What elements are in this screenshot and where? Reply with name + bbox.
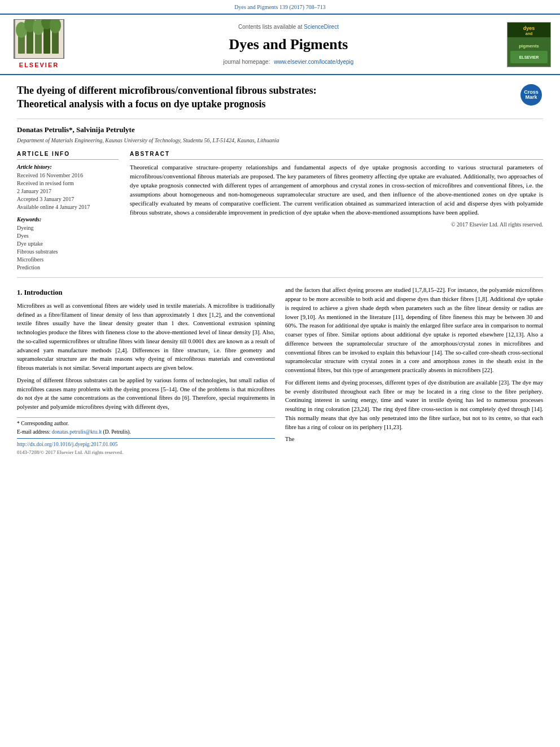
article-title: The dyeing of different microfibrous/con…: [17, 84, 514, 111]
journal-ref-text: Dyes and Pigments 139 (2017) 708–713: [234, 4, 325, 10]
footnote-area: * Corresponding author. E-mail address: …: [17, 417, 275, 436]
email-footnote: E-mail address: donatas.petrulis@ktu.lt …: [17, 429, 275, 436]
the-start: The: [285, 436, 294, 442]
elsevier-wordmark: ELSEVIER: [19, 61, 59, 69]
article-title-section: The dyeing of different microfibrous/con…: [17, 84, 543, 119]
svg-text:and: and: [526, 32, 532, 36]
journal-header: ELSEVIER Contents lists available at Sci…: [0, 14, 560, 75]
crossmark-badge: CrossMark: [520, 84, 543, 107]
authors-line: Donatas Petrulis*, Salvinija Petrulyte: [17, 125, 543, 135]
author-email-link[interactable]: donatas.petrulis@ktu.lt: [52, 429, 102, 435]
keyword-fibrous: Fibrous substrates: [17, 248, 119, 256]
abstract-text: Theoretical comparative structure–proper…: [130, 163, 543, 217]
keyword-prediction: Prediction: [17, 264, 119, 272]
article-info-title: ARTICLE INFO: [17, 150, 119, 160]
info-abstract-row: ARTICLE INFO Article history: Received 1…: [17, 150, 543, 278]
issn-text: 0143-7208/© 2017 Elsevier Ltd. All right…: [17, 449, 123, 455]
svg-text:ELSEVIER: ELSEVIER: [519, 55, 539, 59]
journal-title: Dyes and Pigments: [76, 34, 501, 55]
journal-center-header: Contents lists available at ScienceDirec…: [70, 21, 507, 68]
corresponding-footnote: * Corresponding author.: [17, 420, 275, 427]
keywords-section: Keywords: Dyeing Dyes Dye uptake Fibrous…: [17, 216, 119, 272]
received-revised-label: Received in revised form: [17, 180, 119, 187]
article-info-panel: ARTICLE INFO Article history: Received 1…: [17, 150, 119, 272]
elsevier-logo: ELSEVIER: [8, 19, 70, 69]
page: Dyes and Pigments 139 (2017) 708–713: [0, 0, 560, 747]
homepage-line: journal homepage: www.elsevier.com/locat…: [76, 58, 501, 66]
intro-para-2: Dyeing of different fibrous substrates c…: [17, 376, 275, 412]
doi-link[interactable]: http://dx.doi.org/10.1016/j.dyepig.2017.…: [17, 442, 117, 447]
elsevier-tree-graphic: [14, 19, 64, 59]
left-column: 1. Introduction Microfibres as well as c…: [17, 286, 275, 456]
intro-heading: 1. Introduction: [17, 288, 275, 298]
journal-reference: Dyes and Pigments 139 (2017) 708–713: [0, 0, 560, 14]
copyright-line: © 2017 Elsevier Ltd. All rights reserved…: [130, 221, 543, 229]
journal-thumb-image: dyes and pigments ELSEVIER: [507, 22, 551, 67]
right-para-2: For different items and dyeing processes…: [285, 378, 543, 432]
keyword-dye-uptake: Dye uptake: [17, 240, 119, 248]
svg-text:pigments: pigments: [519, 43, 539, 49]
keyword-microfibers: Microfibers: [17, 256, 119, 264]
intro-para-1: Microfibres as well as conventional fibr…: [17, 302, 275, 373]
abstract-title: ABSTRACT: [130, 150, 543, 160]
accepted-date: Accepted 3 January 2017: [17, 195, 119, 203]
available-online: Available online 4 January 2017: [17, 203, 119, 211]
sciencedirect-link[interactable]: ScienceDirect: [304, 24, 339, 30]
received-date: Received 16 November 2016: [17, 172, 119, 180]
keyword-dyeing: Dyeing: [17, 224, 119, 232]
affiliation: Department of Materials Engineering, Kau…: [17, 137, 543, 145]
keywords-label: Keywords:: [17, 216, 119, 224]
history-label: Article history:: [17, 163, 119, 171]
revised-date: 2 January 2017: [17, 187, 119, 195]
journal-thumbnail: dyes and pigments ELSEVIER: [507, 22, 552, 67]
svg-text:dyes: dyes: [523, 25, 535, 31]
main-columns: 1. Introduction Microfibres as well as c…: [17, 286, 543, 456]
crossmark-icon: CrossMark: [520, 84, 542, 106]
keyword-dyes: Dyes: [17, 232, 119, 240]
article-body: The dyeing of different microfibrous/con…: [0, 75, 560, 465]
right-para-1: and the factors that affect dyeing proce…: [285, 286, 543, 375]
contents-available-line: Contents lists available at ScienceDirec…: [76, 23, 501, 31]
abstract-section: ABSTRACT Theoretical comparative structu…: [130, 150, 543, 272]
right-para-3-start: The: [285, 435, 543, 444]
right-column: and the factors that affect dyeing proce…: [285, 286, 543, 456]
homepage-url[interactable]: www.elsevier.com/locate/dyepig: [274, 59, 353, 65]
author-names: Donatas Petrulis*, Salvinija Petrulyte: [17, 125, 135, 134]
article-title-text: The dyeing of different microfibrous/con…: [17, 84, 514, 113]
doi-bar: http://dx.doi.org/10.1016/j.dyepig.2017.…: [17, 438, 275, 456]
